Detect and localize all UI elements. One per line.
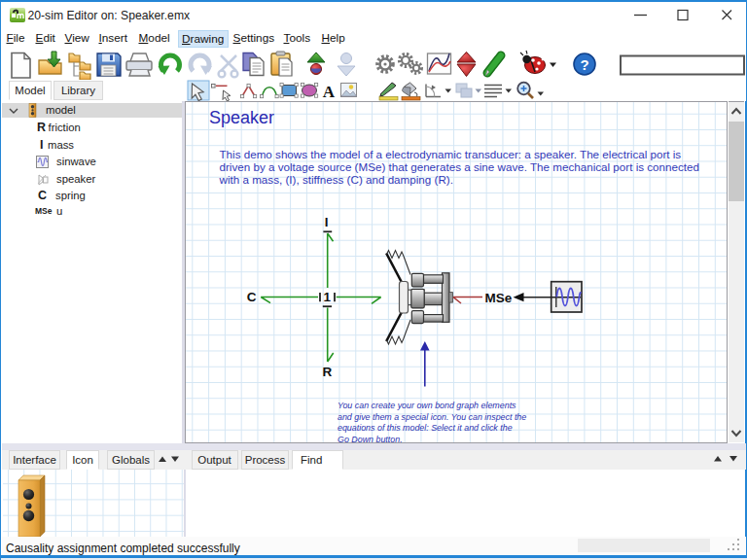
svg-text:driven by a voltage source (MS: driven by a voltage source (MSe) that ge… bbox=[220, 160, 700, 173]
svg-text:1: 1 bbox=[324, 290, 332, 304]
svg-text:R: R bbox=[322, 365, 332, 379]
svg-text:C: C bbox=[247, 290, 257, 304]
svg-text:and give them a special icon.: and give them a special icon. You can in… bbox=[338, 412, 526, 422]
svg-text:I: I bbox=[325, 215, 329, 229]
svg-text:Speaker: Speaker bbox=[209, 108, 274, 127]
svg-text:You can create your own bond g: You can create your own bond graph eleme… bbox=[338, 401, 516, 410]
svg-text:Go Down button.: Go Down button. bbox=[338, 435, 403, 444]
svg-text:with a mass, (I), stiffness (C: with a mass, (I), stiffness (C) and damp… bbox=[219, 173, 453, 186]
svg-text:This demo shows the model of a: This demo shows the model of a electrody… bbox=[220, 148, 682, 160]
svg-text:?: ? bbox=[580, 56, 588, 73]
svg-text:MSe: MSe bbox=[485, 291, 513, 305]
svg-text:A: A bbox=[323, 83, 336, 101]
svg-text:equations of this model: Selec: equations of this model: Select it and c… bbox=[338, 423, 513, 433]
